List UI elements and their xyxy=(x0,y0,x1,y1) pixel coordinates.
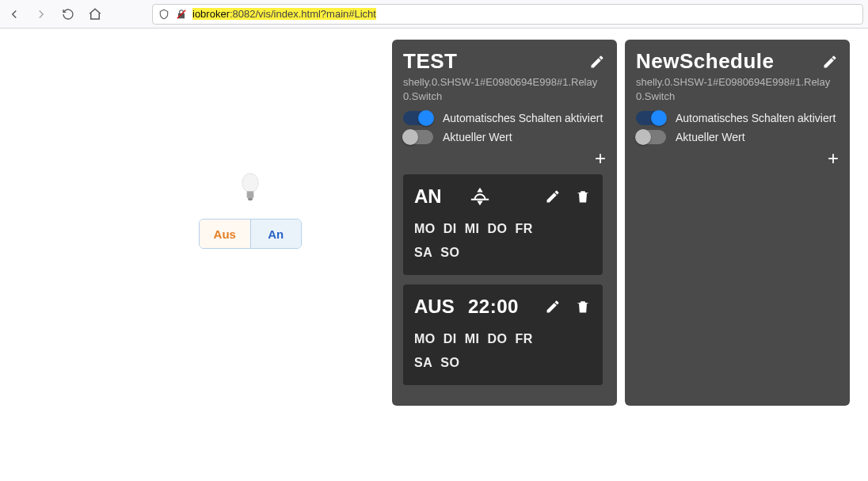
home-button[interactable] xyxy=(86,5,105,24)
reload-button[interactable] xyxy=(59,5,78,24)
current-value-toggle[interactable] xyxy=(636,130,666,144)
add-entry-button[interactable]: + xyxy=(595,149,606,168)
svg-rect-4 xyxy=(247,194,254,196)
light-widget: Aus An xyxy=(195,171,306,249)
delete-entry-button[interactable] xyxy=(574,188,592,205)
edit-entry-button[interactable] xyxy=(544,188,562,205)
schedule-entry: AN xyxy=(403,174,603,275)
schedule-card-test: TEST shelly.0.SHSW-1#E0980694E998#1.Rela… xyxy=(392,40,617,406)
lightbulb-icon xyxy=(237,171,264,211)
address-bar-url: iobroker:8082/vis/index.html?main#Licht xyxy=(192,8,858,20)
edit-card-button[interactable] xyxy=(588,53,606,71)
auto-switch-label: Automatisches Schalten aktiviert xyxy=(443,112,603,124)
current-value-label: Aktueller Wert xyxy=(676,131,745,143)
entry-state: AN xyxy=(414,185,457,208)
card-title: TEST xyxy=(403,49,457,74)
card-subtitle: shelly.0.SHSW-1#E0980694E998#1.Relay0.Sw… xyxy=(403,75,606,103)
light-on-off-segment: Aus An xyxy=(199,219,302,249)
edit-entry-button[interactable] xyxy=(544,298,562,315)
current-value-label: Aktueller Wert xyxy=(443,131,512,143)
auto-switch-toggle[interactable] xyxy=(636,111,666,125)
svg-rect-5 xyxy=(247,197,254,198)
entry-days: MODIMIDOFR SASO xyxy=(414,327,592,376)
schedule-entry-list[interactable]: AN xyxy=(403,174,606,395)
schedule-cards: TEST shelly.0.SHSW-1#E0980694E998#1.Rela… xyxy=(392,40,850,406)
entry-time: 22:00 xyxy=(468,296,519,318)
svg-point-1 xyxy=(242,174,258,193)
auto-switch-toggle[interactable] xyxy=(403,111,433,125)
tracking-shield-icon xyxy=(158,8,170,21)
browser-chrome: iobroker:8082/vis/index.html?main#Licht xyxy=(0,0,868,29)
address-bar[interactable]: iobroker:8082/vis/index.html?main#Licht xyxy=(152,4,863,25)
delete-entry-button[interactable] xyxy=(574,298,592,315)
svg-marker-8 xyxy=(477,201,482,206)
schedule-card-newschedule: NewSchedule shelly.0.SHSW-1#E0980694E998… xyxy=(625,40,850,406)
segment-off-button[interactable]: Aus xyxy=(200,220,251,248)
entry-state: AUS xyxy=(414,296,457,318)
add-entry-button[interactable]: + xyxy=(828,149,839,168)
astro-icon xyxy=(468,186,492,207)
svg-rect-3 xyxy=(247,193,254,194)
edit-card-button[interactable] xyxy=(821,53,839,71)
auto-switch-label: Automatisches Schalten aktiviert xyxy=(676,112,836,124)
card-subtitle: shelly.0.SHSW-1#E0980694E998#1.Relay0.Sw… xyxy=(636,75,839,103)
insecure-lock-icon xyxy=(175,8,188,21)
current-value-toggle[interactable] xyxy=(403,130,433,144)
segment-on-button[interactable]: An xyxy=(251,220,302,248)
svg-rect-6 xyxy=(248,198,253,200)
card-title: NewSchedule xyxy=(636,49,775,74)
segment-off-label: Aus xyxy=(214,227,236,241)
nav-back-button[interactable] xyxy=(5,5,24,24)
entry-days: MODIMIDOFR SASO xyxy=(414,217,592,265)
svg-marker-7 xyxy=(477,188,482,193)
nav-forward-button[interactable] xyxy=(32,5,51,24)
schedule-entry: AUS 22:00 MODIMIDOFR S xyxy=(403,284,603,385)
segment-on-label: An xyxy=(268,227,284,241)
